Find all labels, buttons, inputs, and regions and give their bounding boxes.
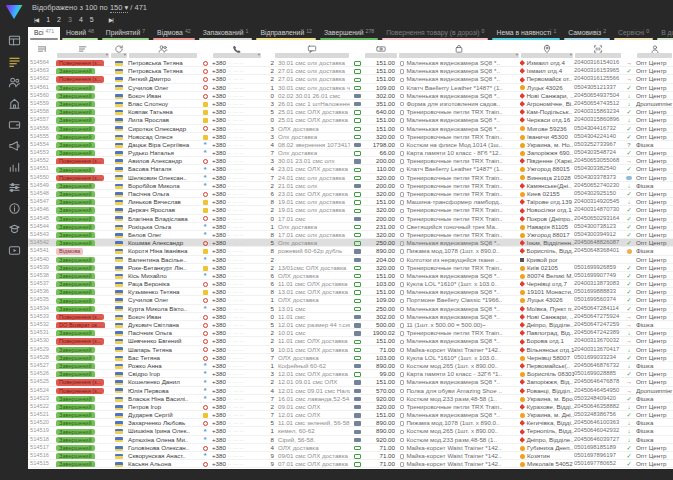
order-row[interactable]: 514537ЗавершенийРаца Вероніка+380 ·· ···… [28,280,673,288]
last-page-button[interactable]: ▶| [109,16,113,23]
status-tab-8[interactable]: Нема в наявності1 [490,27,562,40]
status-tab-4[interactable]: Запакований1 [197,27,255,40]
page-5[interactable]: 5 [90,16,94,23]
status-tab-2[interactable]: Прийнятий7 [100,27,151,40]
order-row[interactable]: 514553ЗавершенийРудько Наталья*+380 ·· ·… [28,149,673,157]
filter-input[interactable]: ▾ [521,53,573,58]
sidebar-item-settings[interactable] [3,178,25,199]
order-row[interactable]: 514554ЗавершенийДацюк Віра Сергіївна*+38… [28,141,673,149]
order-row[interactable]: 514545ЗавершенийБлагінна Владіслава+380 … [28,215,673,223]
order-row[interactable]: 514532DO Возврат ок...Дукович Світлана+3… [28,321,673,329]
order-row[interactable]: 514557ЗавершенийЛила Ярослав+380 ·· ··· … [28,116,673,124]
filter-input[interactable]: ▾ [213,53,261,58]
order-row[interactable]: 514530Повернення (з...Шевченко Евгений+3… [28,337,673,345]
page-2[interactable]: 2 [57,16,61,23]
delivery-city: Кривой рог [526,256,557,263]
order-row[interactable]: 514558ЗавершенийКовпак Татьяна+380 ·· ··… [28,108,673,116]
order-row[interactable]: 514549ЗавершенийВоробйов Микола*+380 ·· … [28,182,673,190]
order-row[interactable]: 514552Повернення (з...Авилов Александр+3… [28,157,673,165]
order-row[interactable]: 514536ЗавершенийКузьменко Тетяна+380 ·· … [28,288,673,296]
order-row[interactable]: 514562Повернення (з...Легкий Дмитро+380 … [28,75,673,83]
delivery-status-cell: ✓ [622,305,636,312]
order-row[interactable]: 514543ЗавершенийБелов Олег*+380 ·· ··· ·… [28,231,673,239]
sidebar-item-education[interactable] [3,220,25,241]
sidebar-item-video[interactable] [3,241,25,262]
product-name: Пижама мод.1078 (1шт. х 890.0.. [406,419,499,426]
sidebar-item-stats[interactable] [3,157,25,178]
order-row[interactable]: 514564Повернення (з...Петровська Тетяна+… [28,59,673,67]
order-row[interactable]: 514561ЗавершенийСучилов Олег+380 ·· ··· … [28,84,673,92]
page-size-dropdown[interactable]: 150 ▾ [110,3,128,13]
status-tab-1[interactable]: Новий48 [60,27,100,40]
order-row[interactable]: 514523ЗавершенийВласюк Ніна Василі..*+38… [28,395,673,403]
order-row[interactable]: 514541ВідмоваКоротя Ніна Іванівна+380 ··… [28,247,673,255]
filter-input[interactable]: ▾ [399,53,519,58]
order-row[interactable]: 514535ЗавершенийСучилов Олег+380 ·· ··· … [28,296,673,304]
sidebar-item-marketing[interactable] [3,136,25,157]
order-row[interactable]: 514550Повернення (з...Шелковин Олексан..… [28,174,673,182]
status-tab-9[interactable]: Самовивіз2 [562,27,612,40]
order-row[interactable]: 514524Повернення (з...Юлія Первова*+380 … [28,387,673,395]
order-row[interactable]: 514516ЗавершенийСкворунская Анаст..*+380… [28,452,673,460]
order-row[interactable]: 514539ЗавершенийРоке-Бетанкурт Лін..+380… [28,264,673,272]
phone-last-digit: 2 [262,67,274,74]
order-row[interactable]: 514520ЗавершенийЗахарченко Любовь+380 ··… [28,419,673,427]
filter-input[interactable]: ▾ [111,53,127,58]
first-page-button[interactable]: |◀ [34,16,38,23]
order-row[interactable]: 514517ЗавершенийГоловінова Олексан..+380… [28,444,673,452]
order-row[interactable]: 514563ЗавершенийПетровська Тетяна+380 ··… [28,67,673,75]
filter-input[interactable] [575,53,621,58]
order-row[interactable]: 514527ЗавершенийРожко Анна*+380 ·· ··· ·… [28,362,673,370]
status-tab-0[interactable]: Всі471 [28,27,60,40]
order-row[interactable]: 514533Повернення (з...Бокоч Иван+380 ·· … [28,313,673,321]
filter-input[interactable] [275,53,349,58]
sidebar-item-orders[interactable] [3,52,25,73]
status-tab-10[interactable]: Сервісні0 [612,27,655,40]
filter-input[interactable] [637,53,672,58]
order-row[interactable]: 514555ЗавершенийНовосад Олеся+380 ·· ···… [28,133,673,141]
order-row[interactable]: 514534ЗавершенийКурта Микола Вікто..*+38… [28,305,673,313]
order-row[interactable]: 514547ЗавершенийЛиньков Вячеслав+380 ·· … [28,198,673,206]
order-row[interactable]: 514526ЗавершенийСвідро Ігор*+380 ·· ··· … [28,370,673,378]
order-id: 514526 [28,370,56,377]
order-row[interactable]: 514518ЗавершенийАртюхіна Олена Ми..*+380… [28,436,673,444]
status-tab-11[interactable]: В дорозі додому0 [655,27,673,40]
status-tab-6[interactable]: Завершений278 [318,27,380,40]
order-row[interactable]: 514531ЗавершенийПасічник Ольга+380 ·· ··… [28,329,673,337]
order-row[interactable]: 514542ЗавершенийКошмак Александр+380 ·· … [28,239,673,247]
filter-input[interactable] [129,53,197,58]
order-row[interactable]: 514521ЗавершенийДударев Сергій+380 ·· ··… [28,411,673,419]
sidebar-item-info[interactable] [3,199,25,220]
page-1[interactable]: 1 [46,16,50,23]
sidebar-item-finance[interactable] [3,115,25,136]
order-row[interactable]: 514556ЗавершенийСиротюк Олександр+380 ··… [28,125,673,133]
order-row[interactable]: 514519ЗавершенийШишкіна Ірина Олек..*+38… [28,427,673,435]
order-row[interactable]: 514528ЗавершенийБас Тетяна+380 ·· ··· ··… [28,354,673,362]
cash-icon [354,209,361,213]
page-3[interactable]: 3 [68,16,72,23]
filter-input[interactable] [365,53,397,58]
product-icon [400,168,404,172]
order-row[interactable]: 514525Повернення (з...Кошеленко Данил*+3… [28,378,673,386]
order-row[interactable]: 514515ЗавершенийКасьян Альона+380 ·· ···… [28,460,673,468]
order-row[interactable]: 514560ЗавершенийБокоч Иван+380 ·· ··· ··… [28,92,673,100]
page-4[interactable]: 4 [79,16,83,23]
status-tab-7[interactable]: Повернення товару (в дорозі)0 [380,27,490,40]
status-tab-5[interactable]: Відправлений12 [254,27,318,40]
order-row[interactable]: 514540ЗавершенийВалентина Васілье..*+380… [28,256,673,264]
status-lines-icon[interactable] [28,40,56,58]
sidebar-item-clients[interactable] [3,73,25,94]
sidebar-item-company[interactable] [3,94,25,115]
status-tab-3[interactable]: Відмова42 [151,27,197,40]
order-row[interactable]: 514548ЗавершенийПасічна Ольга+380 ·· ···… [28,190,673,198]
order-row[interactable]: 514546ЗавершенийДеркач Ярослав+380 ·· ··… [28,206,673,214]
app-logo-icon[interactable] [6,5,23,19]
order-row[interactable]: 514538ЗавершенийКісь Михайло*+380 ·· ···… [28,272,673,280]
order-row[interactable]: 514551ЗавершенийБасова Наталя*+380 ·· ··… [28,165,673,173]
filter-input[interactable]: ▾ [57,53,109,58]
order-row[interactable]: 514529ЗавершенийШапарь Тетяна+380 ·· ···… [28,346,673,354]
order-row[interactable]: 514544ЗавершенийРокіцька Ольга*+380 ·· ·… [28,223,673,231]
order-row[interactable]: 514559ЗавершенийВлас Слотноу+380 ·· ··· … [28,100,673,108]
order-row[interactable]: 514522ЗавершенийПетров Ігор+380 ·· ··· ·… [28,403,673,411]
sidebar-item-dashboard[interactable] [3,31,25,52]
